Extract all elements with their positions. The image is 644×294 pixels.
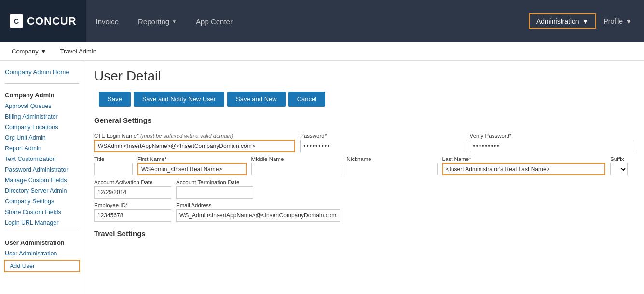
sidebar-add-user[interactable]: Add User [4, 260, 80, 272]
termination-date-input[interactable] [176, 186, 253, 199]
sidebar-item-text-customization[interactable]: Text Customization [0, 154, 84, 164]
form-row-2: Title First Name* Middle Name Nickname L… [94, 156, 634, 175]
sidebar-divider-2 [5, 231, 79, 231]
activation-date-label: Account Activation Date [94, 179, 171, 185]
password-label: Password* [300, 133, 465, 139]
email-input[interactable] [176, 209, 340, 222]
logo-area: C CONCUR [0, 0, 86, 42]
sidebar-item-share-custom-fields[interactable]: Share Custom Fields [0, 207, 84, 217]
nickname-label: Nickname [347, 156, 438, 162]
nav-travel-admin[interactable]: Travel Admin [54, 44, 103, 59]
reporting-arrow-icon: ▼ [172, 19, 177, 24]
sidebar-item-user-administration[interactable]: User Administration [0, 248, 84, 259]
sidebar-item-org-unit-admin[interactable]: Org Unit Admin [0, 133, 84, 143]
employee-id-group: Employee ID* [94, 202, 171, 222]
general-settings-section: General Settings CTE Login Name* (must b… [94, 116, 634, 222]
general-settings-title: General Settings [94, 116, 634, 124]
last-name-input[interactable] [442, 163, 605, 175]
cte-login-group: CTE Login Name* (must be suffixed with a… [94, 133, 295, 152]
suffix-label: Suffix [610, 156, 634, 162]
employee-id-input[interactable] [94, 209, 171, 222]
sidebar-item-report-admin[interactable]: Report Admin [0, 143, 84, 154]
cte-login-input[interactable] [94, 140, 295, 152]
save-notify-button[interactable]: Save and Notify New User [134, 92, 224, 107]
logo-text: CONCUR [27, 15, 77, 27]
sidebar-item-directory-server-admin[interactable]: Directory Server Admin [0, 186, 84, 196]
title-input[interactable] [94, 163, 133, 175]
middle-name-group: Middle Name [251, 156, 342, 175]
password-group: Password* [300, 133, 465, 152]
cte-login-label: CTE Login Name* (must be suffixed with a… [94, 133, 295, 139]
form-row-1: CTE Login Name* (must be suffixed with a… [94, 133, 634, 152]
suffix-group: Suffix [610, 156, 634, 175]
termination-date-group: Account Termination Date [176, 179, 253, 199]
sidebar-item-login-url-manager[interactable]: Login URL Manager [0, 217, 84, 228]
nav-reporting[interactable]: Reporting ▼ [128, 0, 186, 42]
nav-invoice[interactable]: Invoice [86, 0, 129, 42]
form-row-3: Account Activation Date Account Terminat… [94, 179, 634, 199]
first-name-label: First Name* [137, 156, 247, 162]
sidebar-item-company-locations[interactable]: Company Locations [0, 122, 84, 133]
page-title: User Detail [94, 68, 634, 84]
sidebar-item-billing-admin[interactable]: Billing Administrator [0, 111, 84, 122]
first-name-group: First Name* [137, 156, 247, 175]
nav-left: C CONCUR Invoice Reporting ▼ App Center [0, 0, 242, 42]
termination-date-label: Account Termination Date [176, 179, 253, 185]
form-row-4: Employee ID* Email Address [94, 202, 634, 222]
profile-arrow-icon: ▼ [625, 17, 632, 25]
middle-name-label: Middle Name [251, 156, 342, 162]
logo-icon: C [10, 14, 23, 28]
content-area: User Detail Save Save and Notify New Use… [84, 61, 644, 294]
sidebar-item-password-admin[interactable]: Password Administrator [0, 164, 84, 175]
title-label: Title [94, 156, 133, 162]
nickname-group: Nickname [347, 156, 438, 175]
sidebar-user-admin-title: User Administration [0, 234, 84, 248]
main-nav: Invoice Reporting ▼ App Center [86, 0, 242, 42]
verify-password-group: Verify Password* [470, 133, 634, 152]
verify-password-label: Verify Password* [470, 133, 634, 139]
company-arrow-icon: ▼ [41, 48, 47, 55]
admin-arrow-icon: ▼ [582, 17, 589, 25]
employee-id-label: Employee ID* [94, 202, 171, 208]
email-group: Email Address [176, 202, 634, 222]
sidebar-company-admin-title: Company Admin [0, 87, 84, 101]
nav-company[interactable]: Company ▼ [5, 44, 54, 59]
save-new-button[interactable]: Save and New [227, 92, 286, 107]
last-name-group: Last Name* [442, 156, 605, 175]
first-name-input[interactable] [137, 163, 247, 175]
cancel-button[interactable]: Cancel [288, 92, 325, 107]
nav-right: Administration ▼ Profile ▼ [529, 0, 644, 42]
nav-app-center[interactable]: App Center [186, 0, 242, 42]
action-buttons: Save Save and Notify New User Save and N… [94, 92, 634, 107]
verify-password-input[interactable] [470, 140, 634, 152]
profile-nav[interactable]: Profile ▼ [596, 17, 639, 25]
password-input[interactable] [300, 140, 465, 152]
travel-settings-title: Travel Settings [94, 229, 634, 238]
sidebar: Company Admin Home Company Admin Approva… [0, 61, 84, 294]
email-label: Email Address [176, 202, 634, 208]
sidebar-company-admin-home[interactable]: Company Admin Home [0, 66, 84, 80]
main-layout: Company Admin Home Company Admin Approva… [0, 61, 644, 294]
suffix-select[interactable] [610, 163, 628, 175]
sidebar-item-company-settings[interactable]: Company Settings [0, 196, 84, 207]
sidebar-item-manage-custom-fields[interactable]: Manage Custom Fields [0, 175, 84, 186]
top-navigation: C CONCUR Invoice Reporting ▼ App Center … [0, 0, 644, 42]
title-group: Title [94, 156, 133, 175]
second-navigation: Company ▼ Travel Admin [0, 42, 644, 61]
last-name-label: Last Name* [442, 156, 605, 162]
administration-button[interactable]: Administration ▼ [529, 13, 597, 29]
activation-date-input[interactable] [94, 186, 171, 199]
sidebar-item-approval-queues[interactable]: Approval Queues [0, 101, 84, 111]
nickname-input[interactable] [347, 163, 438, 175]
save-button[interactable]: Save [99, 92, 131, 107]
activation-date-group: Account Activation Date [94, 179, 171, 199]
middle-name-input[interactable] [251, 163, 342, 175]
sidebar-divider-1 [5, 83, 79, 84]
